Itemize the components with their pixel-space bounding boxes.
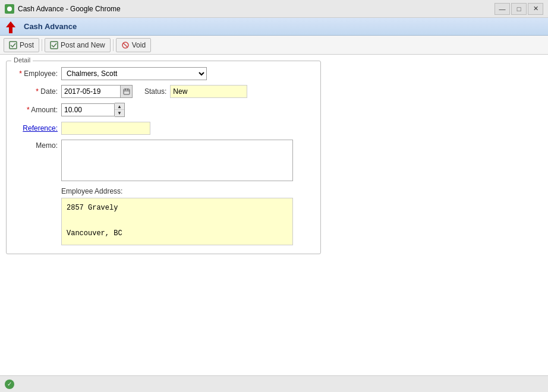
post-and-new-label: Post and New bbox=[61, 41, 105, 49]
address-section: Employee Address: 2857 Gravely Vancouver… bbox=[61, 187, 313, 245]
date-status-row: Date: Status: New bbox=[14, 85, 313, 98]
address-label: Employee Address: bbox=[61, 187, 313, 195]
status-bar: ✓ bbox=[0, 375, 548, 392]
date-input-wrap[interactable] bbox=[61, 85, 133, 98]
title-bar-left: Cash Advance - Google Chrome bbox=[5, 4, 121, 14]
amount-spinner[interactable]: ▲ ▼ bbox=[115, 103, 125, 117]
address-box: 2857 Gravely Vancouver, BC bbox=[61, 198, 293, 245]
separator-2 bbox=[113, 39, 114, 51]
app-icon bbox=[5, 4, 14, 14]
detail-section: Detail Employee: Chalmers, Scott Date: bbox=[6, 61, 321, 254]
status-indicator: ✓ bbox=[5, 380, 14, 389]
amount-label: Amount: bbox=[14, 106, 61, 114]
close-button[interactable]: ✕ bbox=[528, 3, 543, 15]
post-button[interactable]: Post bbox=[4, 38, 39, 52]
status-check-icon: ✓ bbox=[7, 381, 12, 387]
post-and-new-button[interactable]: Post and New bbox=[45, 38, 111, 52]
maximize-button[interactable]: □ bbox=[511, 3, 527, 15]
svg-point-0 bbox=[7, 7, 12, 11]
arrow-indicator bbox=[2, 19, 19, 37]
minimize-button[interactable]: — bbox=[495, 3, 510, 15]
amount-wrap[interactable]: ▲ ▼ bbox=[61, 103, 125, 117]
amount-up-button[interactable]: ▲ bbox=[115, 103, 124, 110]
svg-rect-3 bbox=[51, 42, 58, 49]
void-label: Void bbox=[132, 41, 146, 49]
detail-legend: Detail bbox=[11, 56, 33, 64]
calendar-button[interactable] bbox=[121, 85, 133, 98]
main-content: Detail Employee: Chalmers, Scott Date: bbox=[0, 55, 548, 375]
memo-label: Memo: bbox=[14, 140, 61, 150]
svg-rect-2 bbox=[10, 42, 17, 49]
svg-marker-1 bbox=[6, 21, 15, 33]
post-and-new-icon bbox=[50, 41, 58, 49]
window-title: Cash Advance - Google Chrome bbox=[18, 5, 121, 13]
reference-row: Reference: bbox=[14, 122, 313, 135]
status-label: Status: bbox=[144, 87, 166, 96]
app-title: Cash Advance bbox=[24, 22, 77, 31]
calendar-icon bbox=[123, 88, 130, 95]
post-label: Post bbox=[20, 41, 34, 49]
amount-down-button[interactable]: ▼ bbox=[115, 110, 124, 116]
employee-select[interactable]: Chalmers, Scott bbox=[61, 67, 207, 80]
memo-textarea[interactable] bbox=[61, 140, 293, 181]
app-header: Cash Advance bbox=[0, 18, 548, 36]
amount-row: Amount: ▲ ▼ bbox=[14, 103, 313, 117]
svg-line-5 bbox=[123, 43, 128, 48]
memo-row: Memo: bbox=[14, 140, 313, 181]
status-group: Status: New bbox=[144, 85, 247, 98]
post-icon bbox=[9, 41, 17, 49]
employee-row: Employee: Chalmers, Scott bbox=[14, 67, 313, 80]
reference-input[interactable] bbox=[61, 122, 150, 135]
window-controls[interactable]: — □ ✕ bbox=[495, 3, 543, 15]
toolbar: Post Post and New Void bbox=[0, 36, 548, 55]
employee-label: Employee: bbox=[14, 69, 61, 78]
svg-rect-6 bbox=[124, 89, 130, 94]
void-button[interactable]: Void bbox=[116, 38, 151, 52]
title-bar: Cash Advance - Google Chrome — □ ✕ bbox=[0, 0, 548, 18]
reference-label[interactable]: Reference: bbox=[14, 124, 61, 132]
employee-dropdown[interactable]: Chalmers, Scott bbox=[61, 67, 216, 80]
separator-1 bbox=[42, 39, 42, 51]
date-label: Date: bbox=[14, 87, 61, 96]
amount-input[interactable] bbox=[61, 103, 115, 116]
void-icon bbox=[121, 41, 130, 49]
status-value: New bbox=[170, 85, 247, 98]
date-input[interactable] bbox=[61, 85, 121, 98]
